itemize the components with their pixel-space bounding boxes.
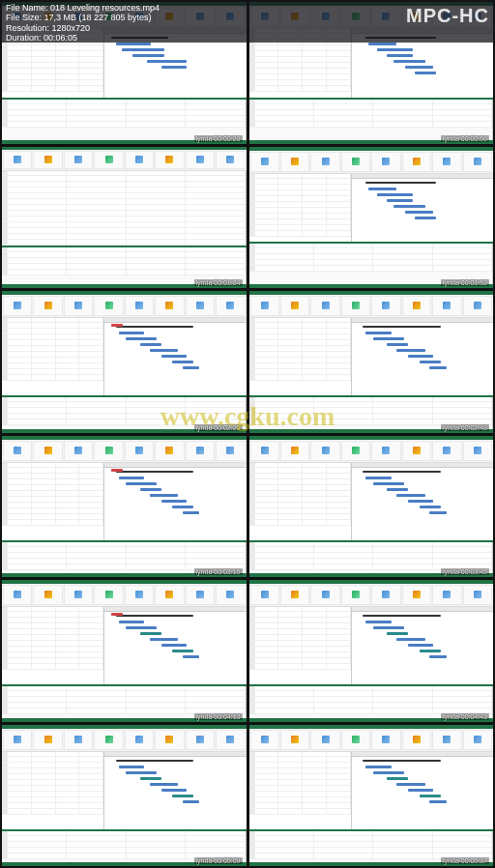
ribbon-group[interactable]: [186, 151, 215, 169]
ribbon-group[interactable]: [216, 151, 245, 169]
table-row[interactable]: [2, 520, 103, 526]
ribbon-group[interactable]: [64, 296, 93, 316]
table-row[interactable]: [249, 231, 351, 237]
ribbon-group[interactable]: [155, 151, 184, 169]
table-row[interactable]: [249, 809, 351, 815]
ribbon-group[interactable]: [402, 152, 431, 172]
ribbon-group[interactable]: [341, 730, 370, 750]
ribbon-group[interactable]: [341, 585, 370, 605]
ribbon-group[interactable]: [341, 296, 370, 316]
video-thumbnail[interactable]: lynda 00:05:09: [2, 725, 247, 867]
ribbon-group[interactable]: [216, 730, 245, 750]
ribbon-group[interactable]: [463, 296, 492, 316]
ribbon-group[interactable]: [33, 585, 62, 605]
ribbon-group[interactable]: [94, 585, 123, 605]
ribbon-group[interactable]: [94, 730, 123, 750]
ribbon-group[interactable]: [250, 441, 279, 461]
ribbon-group[interactable]: [250, 296, 279, 316]
ribbon-group[interactable]: [155, 296, 184, 316]
ribbon-group[interactable]: [310, 730, 339, 750]
ribbon-group[interactable]: [3, 296, 32, 316]
video-thumbnail[interactable]: lynda 00:03:16: [2, 436, 247, 578]
ribbon-group[interactable]: [94, 296, 123, 316]
ribbon-group[interactable]: [125, 151, 154, 169]
ribbon-group[interactable]: [186, 296, 215, 316]
ribbon-group[interactable]: [432, 296, 461, 316]
ribbon-group[interactable]: [280, 441, 309, 461]
ribbon-group[interactable]: [310, 296, 339, 316]
ribbon-group[interactable]: [64, 151, 93, 169]
ribbon-group[interactable]: [3, 441, 32, 461]
ribbon-group[interactable]: [155, 730, 184, 750]
ribbon-group[interactable]: [280, 730, 309, 750]
ribbon-group[interactable]: [402, 585, 431, 605]
ribbon-group[interactable]: [33, 730, 62, 750]
ribbon-group[interactable]: [371, 585, 400, 605]
ribbon-group[interactable]: [402, 296, 431, 316]
ribbon-group[interactable]: [186, 585, 215, 605]
ribbon-group[interactable]: [250, 730, 279, 750]
ribbon-group[interactable]: [64, 585, 93, 605]
ribbon-group[interactable]: [125, 296, 154, 316]
ribbon-group[interactable]: [94, 441, 123, 461]
ribbon-group[interactable]: [64, 441, 93, 461]
ribbon-group[interactable]: [33, 151, 62, 169]
ribbon-group[interactable]: [402, 730, 431, 750]
table-row[interactable]: [2, 122, 246, 128]
table-row[interactable]: [2, 375, 103, 381]
video-thumbnail[interactable]: lynda 00:01:52: [249, 147, 494, 289]
ribbon-group[interactable]: [371, 730, 400, 750]
table-row[interactable]: [2, 664, 103, 670]
ribbon-group[interactable]: [280, 585, 309, 605]
ribbon-group[interactable]: [125, 441, 154, 461]
ribbon-group[interactable]: [250, 152, 279, 172]
table-row[interactable]: [249, 122, 493, 128]
ribbon-group[interactable]: [216, 296, 245, 316]
video-thumbnail[interactable]: lynda 00:02:48: [249, 291, 494, 433]
ribbon-group[interactable]: [94, 151, 123, 169]
ribbon-group[interactable]: [432, 730, 461, 750]
ribbon-group[interactable]: [250, 585, 279, 605]
ribbon-group[interactable]: [432, 441, 461, 461]
ribbon-group[interactable]: [216, 441, 245, 461]
ribbon-group[interactable]: [125, 585, 154, 605]
ribbon-group[interactable]: [463, 152, 492, 172]
video-thumbnail[interactable]: lynda 00:01:24: [2, 147, 247, 289]
ribbon-group[interactable]: [186, 730, 215, 750]
ribbon-group[interactable]: [341, 441, 370, 461]
ribbon-group[interactable]: [463, 441, 492, 461]
ribbon-group[interactable]: [310, 441, 339, 461]
ribbon-group[interactable]: [3, 585, 32, 605]
ribbon-group[interactable]: [155, 441, 184, 461]
video-thumbnail[interactable]: lynda 00:04:41: [249, 580, 494, 722]
video-thumbnail[interactable]: lynda 00:03:45: [249, 436, 494, 578]
table-row[interactable]: [249, 375, 351, 381]
table-row[interactable]: [2, 270, 246, 275]
ribbon-group[interactable]: [3, 730, 32, 750]
ribbon-group[interactable]: [310, 152, 339, 172]
ribbon-group[interactable]: [33, 296, 62, 316]
table-row[interactable]: [249, 266, 493, 272]
ribbon-group[interactable]: [280, 152, 309, 172]
ribbon-group[interactable]: [186, 441, 215, 461]
ribbon-group[interactable]: [463, 730, 492, 750]
video-thumbnail[interactable]: lynda 00:05:37: [249, 725, 494, 867]
ribbon-group[interactable]: [33, 441, 62, 461]
ribbon-group[interactable]: [3, 151, 32, 169]
video-thumbnail[interactable]: lynda 00:02:20: [2, 291, 247, 433]
table-row[interactable]: [2, 809, 103, 815]
ribbon-group[interactable]: [64, 730, 93, 750]
table-row[interactable]: [249, 86, 351, 92]
ribbon-group[interactable]: [155, 585, 184, 605]
table-row[interactable]: [249, 664, 351, 670]
table-row[interactable]: [249, 520, 351, 526]
ribbon-group[interactable]: [371, 296, 400, 316]
ribbon-group[interactable]: [371, 441, 400, 461]
table-row[interactable]: [2, 86, 103, 92]
ribbon-group[interactable]: [371, 152, 400, 172]
ribbon-group[interactable]: [432, 585, 461, 605]
ribbon-group[interactable]: [125, 730, 154, 750]
ribbon-group[interactable]: [432, 152, 461, 172]
ribbon-group[interactable]: [310, 585, 339, 605]
ribbon-group[interactable]: [402, 441, 431, 461]
